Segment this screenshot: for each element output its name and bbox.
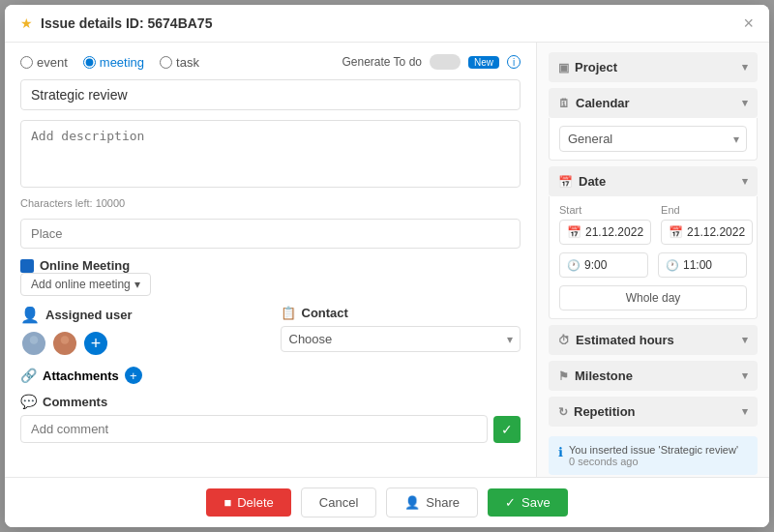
start-date-input[interactable]: 📅 21.12.2022 — [559, 220, 651, 245]
repetition-icon: ↻ — [558, 405, 568, 419]
notification-icon: ℹ — [558, 445, 563, 467]
generate-todo-row: Generate To do New i — [342, 54, 521, 70]
repetition-label: Repetition — [574, 404, 636, 419]
save-button[interactable]: ✓ Save — [488, 488, 568, 517]
milestone-header[interactable]: ⚑ Milestone ▾ — [549, 361, 758, 391]
estimated-chevron: ▾ — [742, 334, 748, 346]
repetition-chevron: ▾ — [742, 405, 748, 418]
comments-icon: 💬 — [20, 394, 37, 409]
svg-point-1 — [27, 346, 41, 355]
add-user-button[interactable]: + — [82, 330, 109, 357]
task-radio-input[interactable] — [160, 56, 172, 69]
attachments-label: Attachments — [43, 369, 119, 383]
online-meeting-section: Online Meeting Add online meeting ▾ — [20, 258, 521, 296]
svg-point-2 — [61, 336, 70, 344]
project-chevron: ▾ — [742, 61, 748, 74]
date-label: Date — [579, 174, 606, 189]
share-button[interactable]: 👤 Share — [386, 488, 478, 517]
contact-select[interactable]: Choose — [281, 326, 521, 352]
start-time-input[interactable]: 🕐 9:00 — [559, 252, 648, 278]
svg-point-3 — [58, 346, 72, 355]
event-radio[interactable]: event — [20, 55, 68, 70]
meeting-radio[interactable]: meeting — [83, 55, 144, 70]
calendar-section: 🗓 Calendar ▾ General — [549, 88, 758, 161]
star-icon: ★ — [20, 15, 33, 31]
task-label: task — [176, 55, 199, 70]
end-date-input[interactable]: 📅 21.12.2022 — [661, 220, 753, 245]
close-button[interactable]: × — [743, 15, 754, 32]
add-attachment-button[interactable]: + — [125, 367, 142, 384]
calendar-content: General — [549, 118, 758, 161]
meeting-radio-input[interactable] — [83, 56, 96, 69]
description-textarea[interactable] — [20, 120, 521, 188]
repetition-header[interactable]: ↻ Repetition ▾ — [549, 397, 758, 427]
user-contact-row: 👤 Assigned user + � — [20, 306, 521, 357]
info-icon[interactable]: i — [507, 55, 521, 69]
avatar-2 — [51, 330, 78, 357]
clock-icon-end: 🕐 — [666, 259, 679, 272]
estimated-hours-header[interactable]: ⏱ Estimated hours ▾ — [549, 325, 758, 355]
chevron-down-icon: ▾ — [134, 278, 140, 291]
project-header[interactable]: ▣ Project ▾ — [549, 52, 758, 82]
place-input[interactable] — [20, 219, 521, 249]
clock-icon-start: 🕐 — [567, 259, 580, 272]
add-meeting-text: Add online meeting — [31, 278, 131, 291]
delete-button[interactable]: ■ Delete — [206, 488, 290, 517]
estimated-hours-section: ⏱ Estimated hours ▾ — [549, 325, 758, 355]
char-count: Characters left: 10000 — [20, 197, 521, 209]
end-date-col: End 📅 21.12.2022 — [661, 204, 753, 245]
comments-section: 💬 Comments ✓ — [20, 394, 521, 443]
avatars-row: + — [20, 330, 261, 357]
milestone-section: ⚑ Milestone ▾ — [549, 361, 758, 391]
start-time-value: 9:00 — [584, 258, 607, 272]
online-meeting-header: Online Meeting — [20, 258, 521, 273]
wholeday-button[interactable]: Whole day — [559, 285, 747, 310]
add-meeting-button[interactable]: Add online meeting ▾ — [20, 273, 151, 296]
event-label: event — [37, 55, 68, 70]
modal-body: event meeting task Generate To do New i — [5, 43, 769, 477]
date-icon: 📅 — [558, 175, 573, 189]
date-chevron: ▾ — [742, 175, 748, 188]
header-left: ★ Issue details ID: 5674BA75 — [20, 15, 212, 31]
calendar-select-wrapper: General — [559, 126, 747, 152]
date-header[interactable]: 📅 Date ▾ — [549, 166, 758, 196]
cancel-button[interactable]: Cancel — [301, 488, 376, 517]
end-date-value: 21.12.2022 — [687, 225, 745, 239]
event-radio-input[interactable] — [20, 56, 33, 69]
calendar-header[interactable]: 🗓 Calendar ▾ — [549, 88, 758, 118]
attachments-section: 🔗 Attachments + — [20, 367, 521, 384]
comment-input[interactable] — [20, 415, 488, 443]
end-time-input[interactable]: 🕐 11:00 — [658, 252, 747, 278]
generate-toggle[interactable] — [430, 54, 461, 70]
start-cal-icon: 📅 — [567, 225, 581, 239]
project-icon: ▣ — [558, 61, 569, 74]
project-label: Project — [575, 60, 617, 74]
estimated-hours-label: Estimated hours — [576, 333, 674, 347]
contact-col: 📋 Contact Choose — [281, 306, 521, 357]
contact-icon: 📋 — [281, 306, 296, 320]
notification-text: You inserted issue 'Strategic review' — [569, 444, 738, 456]
time-row: 🕐 9:00 🕐 11:00 — [559, 252, 747, 278]
send-comment-button[interactable]: ✓ — [493, 416, 521, 443]
type-row: event meeting task Generate To do New i — [20, 54, 521, 70]
start-label: Start — [559, 204, 651, 216]
calendar-select[interactable]: General — [559, 126, 747, 152]
svg-point-0 — [30, 336, 39, 344]
check-icon: ✓ — [505, 495, 516, 510]
online-meeting-label: Online Meeting — [40, 258, 130, 273]
new-badge: New — [468, 56, 499, 69]
assigned-user-label: 👤 Assigned user — [20, 306, 261, 324]
link-icon: 🔗 — [20, 368, 37, 383]
comments-label: Comments — [43, 395, 107, 409]
calendar-chevron: ▾ — [742, 97, 748, 109]
title-input[interactable] — [20, 79, 521, 110]
calendar-label: Calendar — [576, 96, 630, 110]
estimated-icon: ⏱ — [558, 334, 570, 347]
end-label: End — [661, 204, 753, 216]
delete-icon: ■ — [223, 495, 231, 510]
online-meeting-icon — [20, 259, 34, 273]
milestone-label: Milestone — [575, 369, 633, 383]
task-radio[interactable]: task — [160, 55, 199, 70]
left-panel: event meeting task Generate To do New i — [5, 43, 537, 477]
notification-content: You inserted issue 'Strategic review' 0 … — [569, 444, 738, 467]
